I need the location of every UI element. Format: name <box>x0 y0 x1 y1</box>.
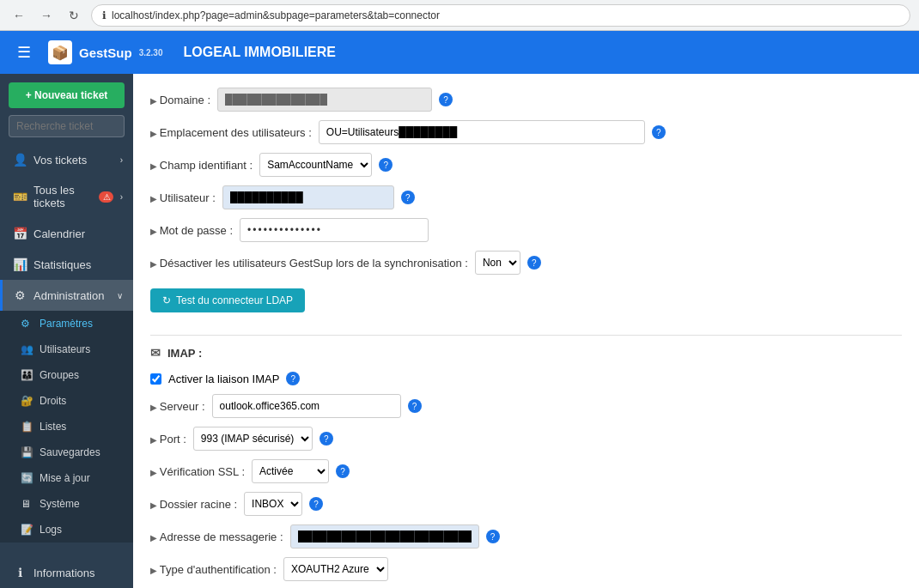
forward-button[interactable]: → <box>36 5 57 26</box>
info-icon: ℹ <box>13 566 27 579</box>
dossier-label: Dossier racine : <box>150 498 237 511</box>
champ-help-icon[interactable]: ? <box>379 158 393 172</box>
utilisateur-help-icon[interactable]: ? <box>401 191 415 204</box>
sidebar-item-listes[interactable]: 📋 Listes <box>0 414 133 439</box>
sidebar-label-tous-tickets: Tous les tickets <box>33 184 92 209</box>
auth-label: Type d'authentification : <box>150 563 277 576</box>
test-icon: ↻ <box>162 294 171 306</box>
browser-chrome: ← → ↻ ℹ localhost/index.php?page=admin&s… <box>0 0 919 31</box>
sidebar-item-informations[interactable]: ℹ Informations <box>0 557 133 588</box>
admin-icon: ⚙ <box>13 288 27 302</box>
sidebar-item-groupes[interactable]: 👨‍👩‍👦 Groupes <box>0 362 133 388</box>
ssl-help-icon[interactable]: ? <box>336 464 350 478</box>
refresh-button[interactable]: ↻ <box>64 5 84 26</box>
hamburger-button[interactable]: ☰ <box>14 39 34 65</box>
activer-imap-help-icon[interactable]: ? <box>286 372 300 385</box>
emplacement-label: Emplacement des utilisateurs : <box>150 126 312 139</box>
groupes-icon: 👨‍👩‍👦 <box>21 369 33 381</box>
emplacement-help-icon[interactable]: ? <box>652 125 666 139</box>
sidebar-label-listes: Listes <box>40 421 66 433</box>
section-divider <box>150 335 902 336</box>
domaine-row: Domaine : ? <box>150 88 902 112</box>
imap-envelope-icon: ✉ <box>150 346 161 360</box>
logs-icon: 📝 <box>21 524 33 536</box>
emplacement-input[interactable] <box>319 120 645 144</box>
app-version: 3.2.30 <box>139 48 163 58</box>
desactiver-select[interactable]: Non Oui <box>475 251 520 275</box>
new-ticket-button[interactable]: + Nouveau ticket <box>9 82 125 108</box>
sidebar-label-statistiques: Statistiques <box>33 258 91 271</box>
emplacement-row: Emplacement des utilisateurs : ? <box>150 120 902 144</box>
sidebar-item-calendrier[interactable]: 📅 Calendrier <box>0 218 133 249</box>
port-row: Port : 993 (IMAP sécurisé) ? <box>150 427 902 451</box>
domaine-label: Domaine : <box>150 94 210 106</box>
port-help-icon[interactable]: ? <box>320 432 333 446</box>
ssl-select[interactable]: Activée Désactivée <box>252 459 329 483</box>
search-input[interactable] <box>9 115 125 137</box>
desactiver-help-icon[interactable]: ? <box>527 256 541 270</box>
app-header: ☰ 📦 GestSup 3.2.30 LOGEAL IMMOBILIERE <box>0 31 919 74</box>
adresse-label: Adresse de messagerie : <box>150 530 283 543</box>
sidebar-item-utilisateurs[interactable]: 👥 Utilisateurs <box>0 336 133 362</box>
sidebar-item-droits[interactable]: 🔐 Droits <box>0 388 133 414</box>
domaine-input[interactable] <box>217 88 432 112</box>
parametres-icon: ⚙ <box>21 318 33 330</box>
company-name: LOGEAL IMMOBILIERE <box>184 45 336 60</box>
sidebar-item-systeme[interactable]: 🖥 Système <box>0 491 133 517</box>
desactiver-row: Désactiver les utilisateurs GestSup lors… <box>150 251 902 275</box>
serveur-help-icon[interactable]: ? <box>408 399 422 413</box>
serveur-row: Serveur : ? <box>150 394 902 418</box>
motdepasse-input[interactable] <box>240 218 429 242</box>
adresse-help-icon[interactable]: ? <box>486 530 500 543</box>
ssl-label: Vérification SSL : <box>150 465 245 478</box>
utilisateur-label: Utilisateur : <box>150 191 216 204</box>
auth-select[interactable]: XOAUTH2 Azure <box>283 557 388 581</box>
utilisateur-row: Utilisateur : ? <box>150 185 902 209</box>
listes-icon: 📋 <box>21 421 33 433</box>
imap-section-header: ✉ IMAP : <box>150 346 902 360</box>
sidebar-item-logs[interactable]: 📝 Logs <box>0 517 133 543</box>
utilisateur-input[interactable] <box>222 185 394 209</box>
content-area: Domaine : ? Emplacement des utilisateurs… <box>133 74 919 588</box>
user-icon: 👤 <box>13 153 27 167</box>
sidebar-item-statistiques[interactable]: 📊 Statistiques <box>0 249 133 280</box>
champ-label: Champ identifiant : <box>150 159 253 172</box>
sidebar-label-groupes: Groupes <box>40 369 79 381</box>
sidebar-label-sauvegardes: Sauvegardes <box>40 446 100 458</box>
sidebar-item-sauvegardes[interactable]: 💾 Sauvegardes <box>0 439 133 465</box>
sidebar-label-utilisateurs: Utilisateurs <box>40 343 90 355</box>
activer-imap-row: Activer la liaison IMAP ? <box>150 372 902 385</box>
app-name: GestSup <box>79 45 132 60</box>
champ-select[interactable]: SamAccountName <box>259 153 372 177</box>
imap-label: IMAP : <box>167 347 202 360</box>
chevron-icon: › <box>120 155 123 165</box>
sidebar-label-administration: Administration <box>33 289 104 302</box>
sidebar-item-tous-les-tickets[interactable]: 🎫 Tous les tickets ⚠ › <box>0 175 133 218</box>
calendar-icon: 📅 <box>13 227 27 240</box>
dossier-select[interactable]: INBOX <box>244 492 302 516</box>
adresse-input[interactable] <box>290 524 479 549</box>
serveur-input[interactable] <box>212 394 401 418</box>
chevron-icon-2: › <box>120 192 123 202</box>
ticket-icon: 🎫 <box>13 190 27 203</box>
sidebar: + Nouveau ticket 👤 Vos tickets › 🎫 Tous … <box>0 74 133 588</box>
ssl-row: Vérification SSL : Activée Désactivée ? <box>150 459 902 483</box>
sidebar-item-administration[interactable]: ⚙ Administration ∨ <box>0 280 133 311</box>
admin-submenu: ⚙ Paramètres 👥 Utilisateurs 👨‍👩‍👦 Groupe… <box>0 311 133 543</box>
domaine-help-icon[interactable]: ? <box>439 93 453 106</box>
port-select[interactable]: 993 (IMAP sécurisé) <box>193 427 313 451</box>
logo-icon: 📦 <box>48 40 72 64</box>
dossier-help-icon[interactable]: ? <box>309 497 323 511</box>
mise-a-jour-icon: 🔄 <box>21 472 33 484</box>
sidebar-item-vos-tickets[interactable]: 👤 Vos tickets › <box>0 144 133 175</box>
back-button[interactable]: ← <box>9 5 29 26</box>
sidebar-item-mise-a-jour[interactable]: 🔄 Mise à jour <box>0 465 133 491</box>
sidebar-label-parametres: Paramètres <box>40 318 93 330</box>
lock-icon: ℹ <box>102 9 107 21</box>
test-ldap-button[interactable]: ↻ Test du connecteur LDAP <box>150 288 305 312</box>
sidebar-label-systeme: Système <box>40 498 80 510</box>
utilisateurs-icon: 👥 <box>21 343 33 355</box>
dossier-row: Dossier racine : INBOX ? <box>150 492 902 516</box>
sidebar-item-parametres[interactable]: ⚙ Paramètres <box>0 311 133 336</box>
activer-imap-checkbox[interactable] <box>150 373 161 385</box>
